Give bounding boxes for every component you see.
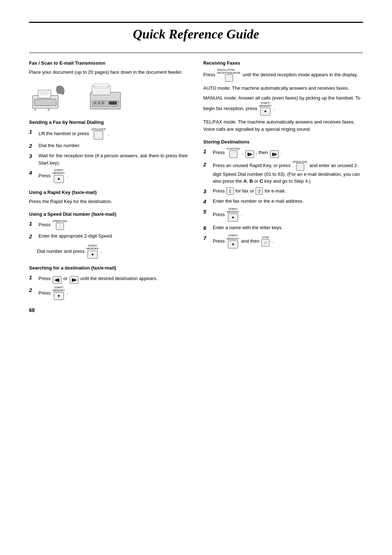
start-memory-button-2: START/MEMORY ✦ — [86, 244, 99, 259]
storing-destinations-title: Storing Destinations — [203, 139, 363, 145]
normal-dialling-title: Sending a Fax by Normal Dialling — [29, 119, 189, 125]
fax-illustrations: ① ② — [29, 80, 189, 113]
svg-rect-14 — [98, 102, 100, 104]
speed-dial-steps: 1 Press SPEED DIAL 2 Enter the appropria… — [29, 220, 189, 240]
svg-rect-1 — [34, 99, 56, 106]
key-2: 2 — [256, 187, 263, 195]
speaker-button: SPEAKER — [91, 128, 106, 140]
receiving-faxes-section: Receiving Faxes Press RESOLUTION/RECEPTI… — [203, 60, 363, 133]
store-step-4: 4 Enter the fax number or the e-mail add… — [203, 198, 363, 205]
fax-machine-1: ① ② — [29, 80, 76, 113]
fax-scan-section: Fax / Scan to E-mail Transmission Place … — [29, 60, 189, 113]
start-memory-button-4: START/MEMORY ✦ — [259, 102, 271, 116]
start-memory-button-5: START/MEMORY ✦ — [227, 208, 239, 222]
next-dest-button: ▮▶ — [70, 274, 78, 284]
storing-steps: 1 Press FUNCTION , ▮▶ , then — [203, 147, 363, 248]
step-4: 4 Press START/MEMORY ✦ . — [29, 169, 189, 183]
rapid-key-text: Press the Rapid Key for the destination. — [29, 198, 189, 205]
step-3: 3 Wait for the reception tone (if a pers… — [29, 152, 189, 166]
start-memory-button-1: START/MEMORY ✦ — [53, 169, 65, 183]
key-1: 1 — [226, 187, 234, 195]
store-step-1: 1 Press FUNCTION , ▮▶ , then — [203, 147, 363, 158]
speed-dial-button-2: SPEED DIAL — [293, 161, 307, 171]
store-step-2: 2 Press an unused Rapid Key, or press SP… — [203, 161, 363, 185]
stop-button: STOP ○ — [261, 236, 269, 246]
page-title: Quick Reference Guide — [29, 27, 363, 42]
rapid-key-title: Using a Rapid Key (fax/e-mail) — [29, 190, 189, 195]
store-step-5: 5 Press START/MEMORY ✦ . — [203, 208, 363, 222]
fax-scan-intro: Place your document (up to 20 pages) fac… — [29, 69, 189, 76]
svg-rect-13 — [94, 102, 96, 104]
normal-dialling-section: Sending a Fax by Normal Dialling 1 Lift … — [29, 119, 189, 183]
svg-rect-2 — [38, 90, 51, 98]
store-step-6: 6 Enter a name with the letter keys. — [203, 224, 363, 232]
speed-step-2: 2 Enter the appropriate 2-digit Speed — [29, 232, 189, 240]
speed-step-1: 1 Press SPEED DIAL — [29, 220, 189, 230]
search-step-1: 1 Press ◀▮ or ▮▶ until the desired desti… — [29, 274, 189, 284]
receiving-manual-mode: MANUAL mode: Answer all calls (even faxe… — [203, 94, 363, 116]
store-nav-button-1: ▮▶ — [245, 147, 254, 158]
storing-destinations-section: Storing Destinations 1 Press FUNCTION , — [203, 139, 363, 248]
right-column: Receiving Faxes Press RESOLUTION/RECEPTI… — [203, 60, 363, 313]
prev-dest-button: ◀▮ — [53, 274, 61, 284]
step-1: 1 Lift the handset or press SPEAKER . — [29, 128, 189, 140]
svg-text:②: ② — [47, 108, 50, 112]
receiving-faxes-title: Receiving Faxes — [203, 60, 363, 66]
rapid-key-section: Using a Rapid Key (fax/e-mail) Press the… — [29, 190, 189, 205]
main-content: Fax / Scan to E-mail Transmission Place … — [29, 60, 363, 313]
svg-rect-11 — [95, 86, 108, 88]
receiving-faxes-para1: Press RESOLUTION/RECEPTION MODE until th… — [203, 69, 363, 82]
bottom-rule — [29, 53, 363, 53]
svg-rect-15 — [102, 102, 104, 104]
fax-scan-title: Fax / Scan to E-mail Transmission — [29, 60, 189, 66]
speed-dial-section: Using a Speed Dial number (fax/e-mail) 1… — [29, 211, 189, 259]
speed-dial-title: Using a Speed Dial number (fax/e-mail) — [29, 211, 189, 217]
function-button: FUNCTION — [227, 147, 240, 158]
top-rule — [29, 22, 363, 23]
step-2: 2 Dial the fax number. — [29, 142, 189, 150]
store-nav-button-2: ▮▶ — [270, 147, 279, 158]
resolution-button: RESOLUTION/RECEPTION MODE — [217, 69, 241, 82]
page-number: 68 — [29, 307, 189, 313]
start-memory-button-3: START/MEMORY ✦ — [53, 286, 65, 300]
search-title: Searching for a destination (fax/e-mail) — [29, 265, 189, 271]
store-step-7: 7 Press START/MEMORY ✦ and then STOP ○ . — [203, 234, 363, 248]
receiving-telfax-mode: TEL/FAX mode: The machine automatically … — [203, 118, 363, 133]
speed-dial-indent: Dial number and press START/MEMORY ✦ . — [37, 244, 189, 259]
start-memory-button-6: START/MEMORY ✦ — [227, 234, 239, 248]
receiving-auto-mode: AUTO mode: The machine automatically ans… — [203, 85, 363, 92]
search-section: Searching for a destination (fax/e-mail)… — [29, 265, 189, 300]
left-column: Fax / Scan to E-mail Transmission Place … — [29, 60, 189, 313]
search-step-2: 2 Press START/MEMORY ✦ . — [29, 286, 189, 300]
fax-machine-2 — [83, 80, 131, 113]
normal-dialling-steps: 1 Lift the handset or press SPEAKER . 2 … — [29, 128, 189, 183]
svg-rect-16 — [109, 101, 117, 105]
speed-dial-button: SPEED DIAL — [53, 220, 68, 230]
svg-text:①: ① — [34, 108, 37, 112]
store-step-3: 3 Press 1 for fax or 2 for e-mail. — [203, 187, 363, 195]
search-steps: 1 Press ◀▮ or ▮▶ until the desired desti… — [29, 274, 189, 300]
